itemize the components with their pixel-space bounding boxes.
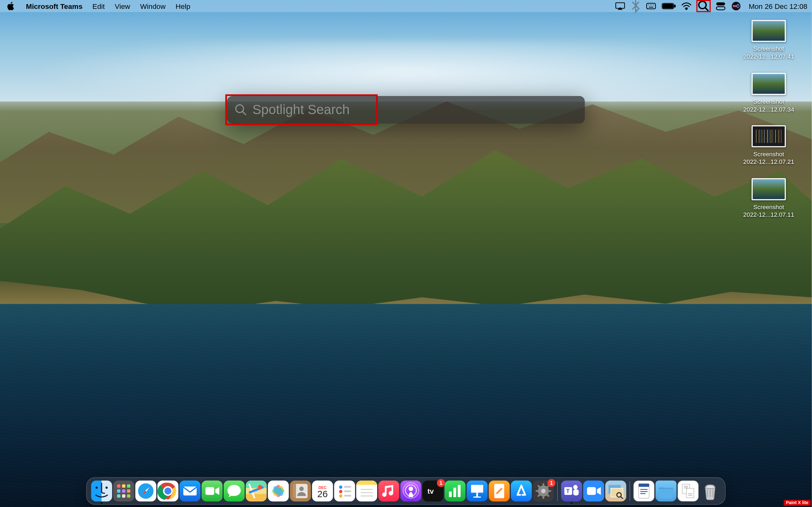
dock-maps[interactable] bbox=[246, 481, 267, 501]
dock-photos[interactable] bbox=[268, 481, 289, 501]
svg-rect-48 bbox=[449, 492, 452, 497]
dock-music[interactable] bbox=[378, 481, 399, 501]
control-center-icon[interactable] bbox=[716, 2, 725, 10]
dock-finder[interactable] bbox=[91, 481, 112, 501]
bluetooth-off-icon[interactable] bbox=[630, 2, 641, 10]
dock-pages[interactable] bbox=[489, 481, 510, 501]
dock-reminders[interactable] bbox=[334, 481, 355, 501]
svg-rect-15 bbox=[127, 485, 130, 488]
badge: 1 bbox=[547, 479, 555, 487]
svg-point-38 bbox=[339, 486, 342, 489]
battery-icon[interactable] bbox=[661, 2, 676, 10]
wallpaper-clouds bbox=[0, 41, 812, 101]
thumbnail-icon bbox=[752, 178, 786, 200]
badge: 1 bbox=[437, 479, 445, 487]
menu-help[interactable]: Help bbox=[171, 0, 195, 12]
dock-appstore[interactable] bbox=[511, 481, 531, 501]
desktop-icons-column: Screenshot2022-12...12.07.41 Screenshot2… bbox=[735, 20, 802, 231]
dock-teams[interactable]: T bbox=[561, 481, 582, 501]
svg-rect-51 bbox=[471, 485, 483, 493]
spotlight-input[interactable] bbox=[247, 102, 577, 118]
svg-rect-43 bbox=[344, 495, 351, 497]
search-icon bbox=[235, 104, 247, 116]
svg-text:tv: tv bbox=[427, 487, 434, 495]
airplay-icon[interactable] bbox=[615, 2, 625, 10]
menubar: Microsoft Teams Edit View Window Help Mo… bbox=[0, 0, 812, 12]
dock-podcasts[interactable] bbox=[400, 481, 421, 501]
svg-rect-61 bbox=[587, 487, 596, 495]
watermark-paintx: Paint X lite bbox=[784, 500, 811, 506]
dock-recent-doc[interactable] bbox=[633, 481, 654, 501]
svg-rect-68 bbox=[687, 488, 694, 498]
svg-rect-28 bbox=[183, 487, 197, 496]
svg-point-12 bbox=[106, 487, 108, 489]
dock-notes[interactable] bbox=[356, 481, 377, 501]
svg-point-44 bbox=[409, 487, 413, 491]
dock-safari[interactable] bbox=[136, 481, 156, 501]
dock-keynote[interactable] bbox=[467, 481, 488, 501]
dock-recent-doc2[interactable] bbox=[677, 481, 699, 501]
svg-rect-50 bbox=[458, 485, 461, 497]
svg-point-56 bbox=[541, 489, 546, 493]
menubar-clock[interactable]: Mon 26 Dec 12:08 bbox=[746, 2, 807, 10]
siri-icon[interactable] bbox=[731, 2, 741, 10]
app-menu[interactable]: Microsoft Teams bbox=[21, 0, 88, 12]
svg-point-37 bbox=[299, 487, 304, 491]
dock-zoom[interactable] bbox=[583, 481, 604, 501]
menu-view[interactable]: View bbox=[110, 0, 135, 12]
dock-mail[interactable] bbox=[180, 481, 200, 501]
svg-rect-49 bbox=[453, 488, 456, 497]
svg-point-59 bbox=[573, 485, 577, 489]
dock-tv[interactable]: tv1 bbox=[422, 481, 444, 501]
dock-separator bbox=[629, 481, 630, 501]
svg-point-40 bbox=[339, 490, 342, 493]
desktop-file-screenshot[interactable]: Screenshot2022-12...12.07.11 bbox=[735, 178, 802, 219]
dock-launchpad[interactable] bbox=[113, 481, 134, 501]
dock-system-settings[interactable]: 1 bbox=[533, 481, 554, 501]
dock-chrome[interactable] bbox=[157, 481, 178, 501]
svg-rect-53 bbox=[473, 497, 481, 498]
apple-menu-icon[interactable] bbox=[7, 2, 15, 10]
svg-rect-36 bbox=[293, 484, 296, 498]
file-label: Screenshot2022-12...12.07.41 bbox=[743, 45, 794, 60]
svg-point-5 bbox=[686, 9, 687, 9]
file-label: Screenshot2022-12...12.07.34 bbox=[743, 97, 794, 113]
menu-edit[interactable]: Edit bbox=[88, 0, 110, 12]
svg-rect-3 bbox=[663, 4, 673, 8]
svg-point-6 bbox=[699, 1, 706, 9]
svg-rect-60 bbox=[573, 489, 578, 495]
dock-downloads-folder[interactable] bbox=[656, 481, 676, 501]
svg-rect-29 bbox=[206, 487, 214, 495]
desktop-file-screenshot[interactable]: Screenshot2022-12...12.07.34 bbox=[735, 72, 802, 113]
dock-numbers[interactable] bbox=[445, 481, 466, 501]
svg-point-30 bbox=[258, 485, 262, 489]
wallpaper-ocean bbox=[0, 304, 812, 507]
svg-rect-41 bbox=[344, 491, 351, 492]
svg-point-69 bbox=[705, 486, 715, 489]
spotlight-search-window[interactable] bbox=[227, 96, 585, 124]
thumbnail-icon bbox=[752, 125, 786, 148]
svg-rect-19 bbox=[117, 494, 120, 498]
keyboard-input-icon[interactable] bbox=[646, 2, 656, 10]
menu-window[interactable]: Window bbox=[135, 0, 171, 12]
svg-rect-1 bbox=[647, 3, 655, 9]
svg-rect-39 bbox=[344, 486, 351, 488]
dock-preview[interactable] bbox=[605, 481, 626, 501]
svg-point-42 bbox=[339, 494, 342, 498]
svg-rect-7 bbox=[716, 2, 725, 5]
svg-rect-13 bbox=[117, 485, 120, 488]
thumbnail-icon bbox=[752, 20, 786, 42]
wifi-icon[interactable] bbox=[681, 2, 691, 10]
svg-rect-20 bbox=[122, 494, 125, 498]
calendar-day-label: 26 bbox=[317, 489, 328, 499]
dock-contacts[interactable] bbox=[290, 481, 311, 501]
spotlight-menubar-icon[interactable] bbox=[697, 1, 710, 12]
desktop-file-screenshot[interactable]: Screenshot2022-12...12.07.41 bbox=[735, 20, 802, 60]
dock-messages[interactable] bbox=[223, 481, 245, 501]
svg-rect-14 bbox=[122, 485, 125, 488]
desktop-file-screenshot[interactable]: Screenshot2022-12...12.07.21 bbox=[735, 125, 802, 166]
dock-calendar[interactable]: DEC26 bbox=[312, 481, 333, 501]
dock-separator bbox=[557, 481, 558, 501]
dock-trash[interactable] bbox=[700, 481, 721, 501]
dock-facetime[interactable] bbox=[201, 481, 222, 501]
